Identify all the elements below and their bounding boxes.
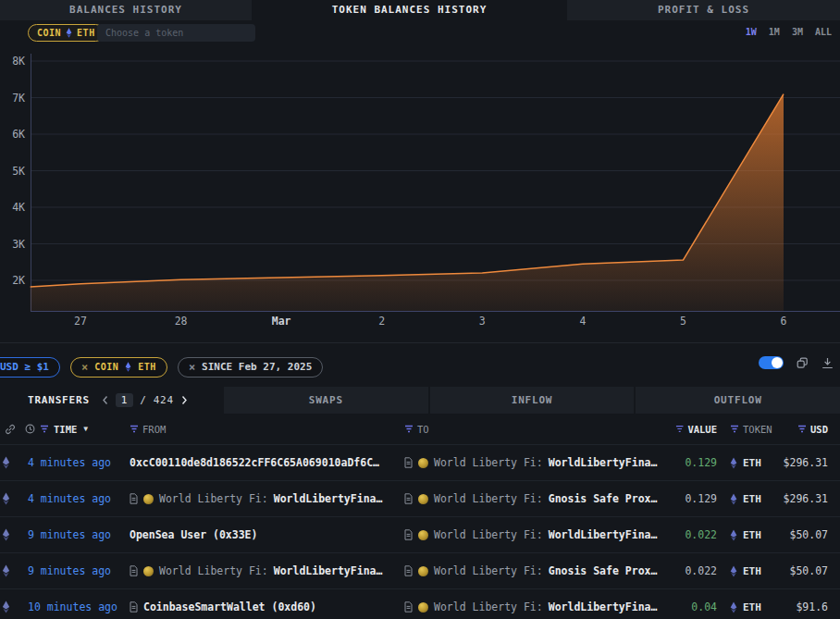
to-cell[interactable]: World Liberty Fi: Gnosis Safe Prox… (398, 481, 675, 516)
eth-token-icon (730, 457, 737, 469)
coin-eth-pill[interactable]: COIN ETH (28, 24, 105, 42)
filter-icon[interactable] (130, 425, 139, 433)
download-icon[interactable] (821, 357, 834, 369)
col-to[interactable]: TO (417, 424, 429, 435)
document-icon[interactable] (404, 529, 413, 540)
remove-since-filter-icon[interactable]: × (189, 361, 195, 374)
entity-name[interactable]: WorldLibertyFina… (274, 564, 383, 577)
document-icon[interactable] (130, 601, 138, 613)
tx-time-link[interactable]: 9 minutes ago (28, 528, 111, 541)
svg-text:27: 27 (74, 315, 87, 328)
svg-text:6K: 6K (12, 128, 25, 141)
filter-icon[interactable] (404, 425, 414, 433)
svg-text:28: 28 (175, 315, 188, 328)
token-symbol: ETH (743, 457, 761, 469)
table-row[interactable]: 9 minutes ago World Liberty Fi: WorldLib… (0, 552, 840, 588)
filter-chip-coin-eth[interactable]: × COIN ETH (70, 357, 167, 378)
from-cell[interactable]: World Liberty Fi: WorldLibertyFina… (130, 553, 398, 588)
entity-label-prefix: World Liberty Fi: (434, 528, 543, 541)
table-row[interactable]: 9 minutes ago OpenSea User (0x33E) World… (0, 516, 840, 552)
filter-icon[interactable] (675, 425, 684, 433)
chevron-down-icon[interactable]: ▼ (83, 425, 88, 433)
filter-chip-usd-threshold[interactable]: USD ≥ $1 (0, 357, 60, 378)
page-next-icon[interactable] (180, 395, 188, 405)
svg-text:4: 4 (579, 315, 586, 328)
col-from[interactable]: FROM (142, 424, 166, 435)
document-icon[interactable] (404, 457, 413, 468)
chain-link-icon (5, 424, 16, 435)
remove-coin-filter-icon[interactable]: × (81, 361, 88, 374)
transfers-pagination: 1 / 424 (102, 393, 188, 407)
eth-token-icon (730, 493, 737, 505)
from-cell[interactable]: World Liberty Fi: WorldLibertyFina… (130, 481, 398, 516)
entity-name[interactable]: WorldLibertyFina… (549, 600, 658, 613)
tab-inflow[interactable]: INFLOW (430, 387, 635, 414)
tx-time-link[interactable]: 9 minutes ago (28, 564, 111, 577)
range-1w[interactable]: 1W (746, 27, 757, 37)
eth-token-icon (730, 529, 737, 541)
table-row[interactable]: 10 minutes ago CoinbaseSmartWallet (0xd6… (0, 588, 840, 619)
usd-filter-label: USD ≥ $1 (0, 361, 49, 373)
entity-name[interactable]: Gnosis Safe Prox… (549, 492, 658, 505)
range-all[interactable]: ALL (815, 27, 832, 37)
entity-name[interactable]: WorldLibertyFina… (549, 456, 658, 469)
range-1m[interactable]: 1M (769, 27, 780, 37)
to-cell[interactable]: World Liberty Fi: WorldLibertyFina… (398, 445, 675, 480)
usd-value: $50.07 (789, 564, 828, 577)
range-3m[interactable]: 3M (792, 27, 803, 37)
filter-icon[interactable] (730, 425, 739, 433)
col-usd[interactable]: USD (810, 424, 828, 435)
token-symbol: ETH (743, 493, 761, 505)
coin-filter-token: ETH (138, 362, 156, 372)
entity-name[interactable]: WorldLibertyFina… (274, 492, 383, 505)
filter-icon[interactable] (40, 425, 49, 433)
copy-icon[interactable] (797, 357, 809, 369)
tab-balances-history[interactable]: BALANCES HISTORY (0, 0, 252, 20)
to-cell[interactable]: World Liberty Fi: WorldLibertyFina… (398, 589, 675, 619)
usd-filter-toggle[interactable] (759, 356, 784, 369)
table-row[interactable]: 4 minutes ago 0xcC00110de8d186522cFF6C65… (0, 444, 840, 480)
ethereum-chain-icon (2, 456, 10, 469)
tab-profit-and-loss[interactable]: PROFIT & LOSS (567, 0, 840, 20)
col-value[interactable]: VALUE (687, 424, 717, 435)
document-icon[interactable] (130, 493, 138, 504)
page-separator: / (140, 394, 146, 406)
entity-name[interactable]: 0xcC00110de8d186522cFF6C65A069010aDf6C… (130, 456, 379, 469)
svg-text:4K: 4K (12, 201, 25, 214)
transactions-tab-bar: TRANSFERS 1 / 424 SWAPS INFLOW OUTFLOW (0, 387, 840, 414)
filter-chip-since-date[interactable]: × SINCE Feb 27, 2025 (178, 357, 323, 378)
table-row[interactable]: 4 minutes ago World Liberty Fi: WorldLib… (0, 480, 840, 516)
document-icon[interactable] (404, 565, 413, 576)
entity-label-prefix: World Liberty Fi: (434, 456, 543, 469)
to-cell[interactable]: World Liberty Fi: WorldLibertyFina… (398, 517, 675, 552)
from-cell[interactable]: 0xcC00110de8d186522cFF6C65A069010aDf6C… (130, 445, 398, 480)
entity-name[interactable]: OpenSea User (0x33E) (130, 528, 257, 541)
page-prev-icon[interactable] (102, 395, 109, 405)
entity-name[interactable]: CoinbaseSmartWallet (0xd60) (143, 600, 316, 613)
tab-outflow[interactable]: OUTFLOW (636, 387, 840, 414)
tx-value: 0.04 (691, 600, 717, 613)
col-token[interactable]: TOKEN (743, 424, 772, 435)
filter-icon[interactable] (797, 425, 807, 433)
from-cell[interactable]: OpenSea User (0x33E) (130, 517, 398, 552)
document-icon[interactable] (130, 565, 138, 576)
col-time[interactable]: TIME (54, 424, 77, 435)
tab-transfers[interactable]: TRANSFERS 1 / 424 (0, 387, 222, 414)
tx-time-link[interactable]: 4 minutes ago (28, 492, 111, 505)
entity-label-prefix: World Liberty Fi: (434, 600, 543, 613)
tx-time-link[interactable]: 10 minutes ago (28, 600, 117, 613)
token-search-input[interactable] (97, 24, 255, 42)
tab-swaps[interactable]: SWAPS (224, 387, 428, 414)
tab-token-balances-history[interactable]: TOKEN BALANCES HISTORY (252, 0, 567, 20)
to-cell[interactable]: World Liberty Fi: Gnosis Safe Prox… (398, 553, 675, 588)
entity-avatar-icon (418, 602, 428, 613)
table-header: TIME ▼ FROM TO VALUE TOKEN (0, 414, 840, 444)
eth-diamond-icon (66, 28, 72, 38)
entity-name[interactable]: Gnosis Safe Prox… (549, 564, 658, 577)
svg-text:2K: 2K (12, 274, 25, 287)
document-icon[interactable] (404, 601, 413, 613)
document-icon[interactable] (404, 493, 413, 504)
tx-time-link[interactable]: 4 minutes ago (28, 456, 111, 469)
from-cell[interactable]: CoinbaseSmartWallet (0xd60) (130, 589, 398, 619)
entity-name[interactable]: WorldLibertyFina… (549, 528, 658, 541)
